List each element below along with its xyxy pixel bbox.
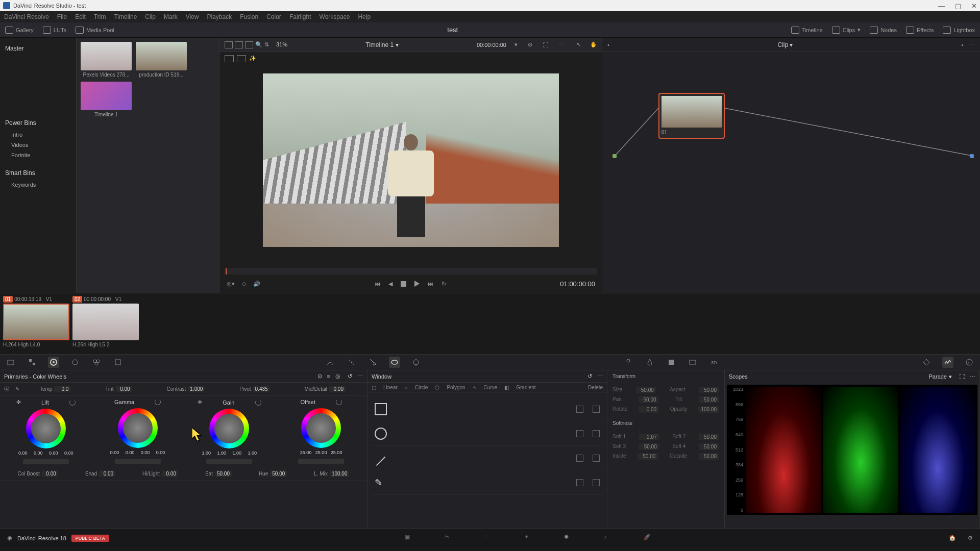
shape-row-line[interactable]: [372, 446, 603, 470]
key-icon[interactable]: [666, 357, 677, 368]
node-options-icon[interactable]: ⋯: [969, 41, 975, 48]
magic-icon[interactable]: ✨: [249, 55, 256, 62]
outside-input[interactable]: 50.00: [699, 453, 719, 460]
gain-wheel[interactable]: [209, 409, 249, 448]
lift-slider[interactable]: [23, 459, 69, 464]
circle-tab[interactable]: Circle: [415, 385, 428, 390]
delete-button[interactable]: Delete: [588, 385, 603, 390]
nodes-button[interactable]: Nodes: [870, 27, 897, 34]
shad-input[interactable]: 0.00: [99, 470, 115, 477]
curves-icon[interactable]: [325, 357, 336, 368]
viewer-timecode[interactable]: 01:00:00:00: [560, 280, 595, 288]
home-icon[interactable]: 🏠: [949, 535, 956, 541]
node-header-title[interactable]: Clip: [777, 41, 788, 48]
zoom-level[interactable]: 31%: [276, 41, 287, 48]
node-output-icon[interactable]: [970, 154, 974, 158]
step-back-button[interactable]: ◀: [388, 281, 393, 287]
shape-row-rect[interactable]: [372, 397, 603, 421]
mute-icon[interactable]: 🔊: [253, 281, 260, 287]
inside-input[interactable]: 50.00: [638, 453, 658, 460]
viewer-scrubber[interactable]: [225, 268, 597, 274]
menu-playback[interactable]: Playback: [207, 13, 232, 20]
polygon-tool-icon[interactable]: ⬠: [435, 385, 439, 390]
keyframe-icon[interactable]: [921, 357, 932, 368]
hdr-icon[interactable]: [69, 357, 81, 368]
view-mode-icon[interactable]: [225, 41, 233, 48]
tint-input[interactable]: 0.00: [116, 386, 132, 392]
curve-tool-icon[interactable]: ∿: [473, 385, 477, 390]
timeline-clip-02[interactable]: 0200:00:00:00 V1 H.264 High L5.2: [72, 296, 139, 351]
curve-tab[interactable]: Curve: [484, 385, 498, 390]
window-icon[interactable]: [389, 357, 400, 368]
gamma-reset-icon[interactable]: [155, 399, 161, 405]
primaries-reset-icon[interactable]: ↺: [348, 373, 352, 380]
unmix-icon[interactable]: ◇: [242, 281, 246, 287]
hue-input[interactable]: 50.00: [270, 470, 287, 477]
gain-picker-icon[interactable]: ✛: [198, 399, 202, 406]
node-input-icon[interactable]: [612, 154, 617, 158]
3d-icon[interactable]: 3D: [708, 357, 720, 368]
tracker-icon[interactable]: [410, 357, 422, 368]
menu-clip[interactable]: Clip: [145, 13, 156, 20]
menu-trim[interactable]: Trim: [94, 13, 106, 20]
fairlight-page-icon[interactable]: ♪: [604, 534, 613, 543]
timeline-clip-01[interactable]: 0100:00:13:19 V1 H.264 High L4.0: [3, 296, 69, 351]
magic-mask-icon[interactable]: [623, 357, 634, 368]
warper-icon[interactable]: [346, 357, 357, 368]
hilight-input[interactable]: 0.00: [162, 470, 178, 477]
node-canvas[interactable]: 01: [602, 52, 980, 292]
timeline-button[interactable]: Timeline: [791, 27, 823, 34]
gamma-slider[interactable]: [115, 459, 161, 464]
bin-videos[interactable]: Videos: [0, 140, 76, 150]
clips-button[interactable]: Clips ▾: [832, 27, 861, 34]
scopes-mode[interactable]: Parade: [929, 373, 947, 380]
rotate-input[interactable]: 0.00: [639, 406, 659, 413]
scopes-expand-icon[interactable]: ⛶: [959, 373, 965, 380]
polygon-tab[interactable]: Polygon: [447, 385, 465, 390]
next-clip-button[interactable]: ⏭: [428, 281, 433, 287]
settings-icon[interactable]: ⚙: [968, 535, 973, 541]
viewer-timecode-top[interactable]: 00:00:00:00: [477, 42, 506, 48]
media-page-icon[interactable]: ▣: [405, 534, 414, 543]
minimize-button[interactable]: —: [938, 2, 945, 10]
colboost-input[interactable]: 0.00: [42, 470, 58, 477]
sort-icon[interactable]: ⇅: [264, 41, 269, 48]
linear-tool-icon[interactable]: ▢: [372, 385, 376, 390]
pan-input[interactable]: 50.00: [639, 396, 659, 403]
highlight-icon[interactable]: [225, 55, 234, 62]
master-bin[interactable]: Master: [0, 42, 76, 55]
offset-wheel[interactable]: [301, 408, 341, 448]
maximize-button[interactable]: ▢: [955, 2, 961, 10]
color-match-icon[interactable]: [27, 357, 38, 368]
bypass-icon[interactable]: ⊘: [528, 41, 532, 48]
camera-raw-icon[interactable]: [5, 357, 16, 368]
menu-color[interactable]: Color: [266, 13, 281, 20]
expand-icon[interactable]: ⛶: [543, 42, 548, 48]
qualifier-icon[interactable]: [368, 357, 379, 368]
soft1-input[interactable]: 2.07: [639, 434, 659, 440]
color-page-icon[interactable]: ✺: [564, 534, 573, 543]
viewer-canvas[interactable]: ✨: [219, 52, 602, 268]
luts-button[interactable]: LUTs: [43, 27, 66, 34]
offset-reset-icon[interactable]: [336, 399, 342, 405]
clip-thumb-1[interactable]: Pexels Videos 278...: [81, 42, 132, 78]
gain-slider[interactable]: [206, 459, 252, 464]
temp-input[interactable]: 0.0: [54, 386, 70, 392]
timeline-thumb[interactable]: Timeline 1: [81, 82, 132, 117]
bars-tab-icon[interactable]: ≡: [327, 373, 330, 380]
blur-icon[interactable]: [644, 357, 655, 368]
window-options-icon[interactable]: ⋯: [597, 373, 603, 380]
lightbox-button[interactable]: Lightbox: [943, 27, 975, 34]
bin-fortnite[interactable]: Fortnite: [0, 150, 76, 160]
fusion-page-icon[interactable]: ✦: [524, 534, 533, 543]
size-input[interactable]: 50.00: [636, 387, 656, 393]
circle-tool-icon[interactable]: ○: [405, 385, 408, 390]
bin-intro[interactable]: Intro: [0, 130, 76, 140]
aspect-input[interactable]: 50.00: [699, 387, 719, 393]
log-tab-icon[interactable]: ◎: [335, 373, 340, 380]
offset-slider[interactable]: [298, 459, 344, 464]
motion-icon[interactable]: [112, 357, 124, 368]
gradient-tool-icon[interactable]: ◧: [504, 385, 509, 390]
stop-button[interactable]: [401, 281, 406, 287]
soft4-input[interactable]: 50.00: [699, 443, 719, 450]
